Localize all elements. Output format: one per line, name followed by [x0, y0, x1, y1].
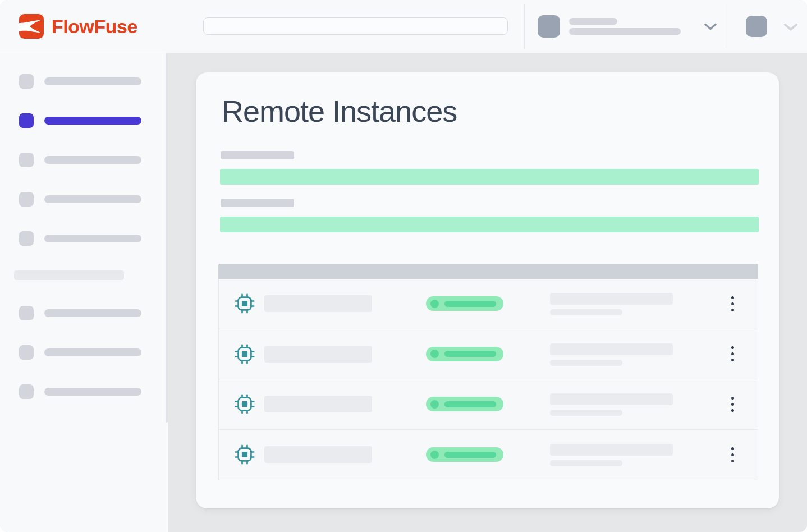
row-actions-button[interactable] [726, 343, 739, 365]
table-header [218, 264, 758, 279]
sidebar-item[interactable] [19, 113, 168, 128]
sidebar-item-label-placeholder [44, 235, 141, 242]
brand-logo[interactable]: FlowFuse [19, 14, 137, 39]
sidebar-item-icon [19, 153, 34, 167]
sidebar-item[interactable] [19, 345, 168, 360]
field-label-placeholder [221, 151, 294, 159]
sidebar-item[interactable] [19, 153, 168, 167]
header-divider [726, 4, 726, 49]
status-badge [426, 296, 503, 311]
app-header: FlowFuse [0, 0, 807, 53]
sidebar-item-label-placeholder [44, 77, 141, 85]
cpu-chip-icon [235, 293, 255, 314]
kebab-menu-icon [731, 397, 734, 400]
status-badge [426, 447, 503, 462]
sidebar-item[interactable] [19, 306, 168, 320]
sidebar-item-icon [19, 345, 34, 360]
sidebar-item[interactable] [19, 192, 168, 207]
status-badge [426, 397, 503, 411]
status-dot [430, 350, 439, 358]
sidebar-item-icon [19, 231, 34, 246]
instance-name-placeholder [264, 396, 372, 412]
sidebar-item-label-placeholder [44, 195, 141, 203]
cpu-chip-icon [235, 444, 255, 465]
row-actions-button[interactable] [726, 292, 739, 315]
status-badge [426, 347, 503, 361]
sidebar-item[interactable] [19, 74, 168, 89]
sidebar-item-icon [19, 384, 34, 399]
instances-table [218, 264, 758, 480]
main-content-area: Remote Instances [168, 53, 807, 532]
sidebar-item-icon [19, 113, 34, 128]
cpu-chip-icon [235, 344, 255, 364]
instance-meta-placeholder [550, 309, 622, 315]
sidebar-item-icon [19, 74, 34, 89]
instance-meta-placeholder [550, 460, 622, 466]
header-divider [524, 4, 525, 49]
sidebar-item-icon [19, 192, 34, 207]
instance-meta-placeholder [550, 393, 673, 405]
instance-name-placeholder [264, 295, 372, 312]
table-row[interactable] [219, 329, 758, 380]
kebab-menu-icon [731, 296, 734, 299]
sidebar-nav [0, 53, 168, 532]
table-body [218, 279, 758, 480]
chevron-down-icon [783, 23, 798, 31]
table-row[interactable] [219, 279, 758, 329]
team-detail-placeholder [569, 28, 681, 35]
field-label-placeholder [221, 199, 294, 207]
app-window: FlowFuse [0, 0, 807, 532]
instance-meta-placeholder [550, 410, 622, 416]
instance-meta-placeholder [550, 360, 622, 366]
content-card: Remote Instances [196, 72, 779, 508]
sidebar-item-icon [19, 306, 34, 320]
status-text-placeholder [444, 401, 496, 407]
team-name-placeholder [569, 18, 617, 25]
brand-name: FlowFuse [52, 16, 137, 38]
status-text-placeholder [444, 301, 496, 307]
table-row[interactable] [219, 430, 758, 480]
status-text-placeholder [444, 351, 496, 357]
sidebar-scrollbar[interactable] [166, 53, 168, 423]
team-avatar [538, 15, 560, 38]
sidebar-item[interactable] [19, 231, 168, 246]
highlighted-field[interactable] [220, 169, 759, 185]
instance-meta-placeholder [550, 444, 673, 456]
page-title: Remote Instances [222, 96, 457, 126]
kebab-menu-icon [731, 447, 734, 450]
cpu-chip-icon [235, 394, 255, 414]
status-text-placeholder [444, 452, 496, 458]
instance-name-placeholder [264, 446, 372, 463]
kebab-menu-icon [731, 346, 734, 349]
sidebar-item-label-placeholder [44, 156, 141, 164]
row-actions-button[interactable] [726, 443, 739, 466]
sidebar-item[interactable] [19, 384, 168, 399]
sidebar-section-label [14, 270, 124, 280]
status-dot [430, 451, 439, 459]
highlighted-field[interactable] [220, 217, 759, 232]
status-dot [430, 300, 439, 308]
sidebar-item-label-placeholder [44, 388, 141, 396]
instance-meta-placeholder [550, 293, 673, 305]
sidebar-item-label-placeholder [44, 348, 141, 356]
status-dot [430, 400, 439, 409]
sidebar-item-label-placeholder [44, 117, 141, 125]
instance-name-placeholder [264, 346, 372, 363]
sidebar-item-label-placeholder [44, 309, 141, 317]
global-search-input[interactable] [203, 17, 508, 35]
instance-meta-placeholder [550, 343, 673, 355]
chevron-down-icon [704, 23, 717, 30]
flowfuse-logo-icon [19, 14, 44, 39]
user-avatar [746, 16, 767, 37]
row-actions-button[interactable] [726, 393, 739, 415]
table-row[interactable] [219, 379, 758, 430]
